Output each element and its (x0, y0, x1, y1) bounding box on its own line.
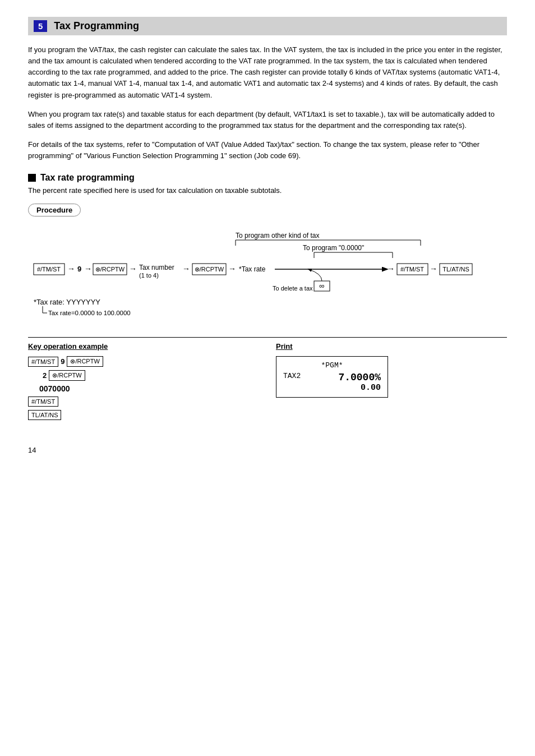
receipt-box: *PGM* TAX2 7.0000% 0.00 (276, 356, 388, 398)
print-header: Print (276, 342, 507, 351)
svg-text:∞: ∞ (319, 282, 324, 290)
svg-text:Tax number: Tax number (139, 264, 174, 271)
print-column: Print *PGM* TAX2 7.0000% 0.00 (276, 338, 507, 423)
svg-text:→: → (84, 264, 92, 273)
receipt-value1: 7.0000% (338, 372, 381, 383)
body-paragraph-2: When you program tax rate(s) and taxable… (28, 109, 507, 131)
receipt-pgm-label: *PGM* (283, 361, 381, 370)
key-rcptw-2: ⊗/RCPTW (49, 370, 85, 381)
receipt-tax-label: TAX2 (283, 372, 301, 383)
flow-diagram: To program other kind of tax To program … (28, 229, 507, 326)
key-hash-tm-st-1: #/TM/ST (28, 357, 58, 367)
key-seq-3: 0070000 (28, 384, 259, 393)
body-paragraph-1: If you program the VAT/tax, the cash reg… (28, 44, 507, 101)
key-seq-2: 2 ⊗/RCPTW (28, 370, 259, 381)
receipt-value2-line: 0.00 (283, 383, 381, 393)
flow-label-other-tax: To program other kind of tax (236, 232, 319, 239)
svg-text:#/TM/ST: #/TM/ST (400, 266, 424, 273)
subsection-description: The percent rate specified here is used … (28, 186, 507, 195)
key-operation-header: Key operation example (28, 342, 259, 351)
receipt-main-line: TAX2 7.0000% (283, 372, 381, 383)
svg-text:(1 to 4): (1 to 4) (139, 272, 159, 279)
key-hash-tm-st-2: #/TM/ST (28, 397, 58, 407)
svg-text:*Tax rate: YYYYYYY: *Tax rate: YYYYYYY (34, 298, 100, 306)
svg-text:*Tax rate: *Tax rate (239, 265, 266, 273)
key-seq-4: #/TM/ST (28, 397, 259, 407)
svg-text:→: → (430, 264, 437, 273)
subsection-title: Tax rate programming (40, 173, 135, 183)
flow-label-program-zero: To program "0.0000" (303, 244, 364, 252)
subsection-heading: Tax rate programming (28, 173, 507, 183)
svg-text:→: → (67, 264, 75, 273)
svg-text:TL/AT/NS: TL/AT/NS (442, 266, 469, 273)
svg-text:9: 9 (77, 265, 81, 273)
receipt-value2: 0.00 (361, 383, 381, 393)
svg-text:⊗/RCPTW: ⊗/RCPTW (95, 266, 125, 273)
body-paragraph-3: For details of the tax systems, refer to… (28, 139, 507, 162)
section-title: Tax Programming (54, 20, 139, 32)
svg-text:#/TM/ST: #/TM/ST (37, 266, 61, 273)
op-print-container: Key operation example #/TM/ST 9 ⊗/RCPTW … (28, 337, 507, 423)
svg-text:Tax rate=0.0000 to 100.0000: Tax rate=0.0000 to 100.0000 (48, 310, 131, 316)
procedure-box: Procedure (28, 204, 81, 216)
key-rcptw-1: ⊗/RCPTW (67, 356, 103, 367)
svg-text:→: → (387, 264, 395, 273)
svg-text:→: → (182, 264, 190, 273)
section-number: 5 (34, 20, 47, 32)
svg-text:→: → (228, 264, 236, 273)
svg-text:⊗/RCPTW: ⊗/RCPTW (195, 266, 224, 273)
section-header: 5 Tax Programming (28, 17, 507, 35)
svg-text:→: → (129, 264, 137, 273)
key-nine: 9 (61, 357, 64, 366)
key-number-0070000: 0070000 (39, 384, 70, 393)
key-operation-column: Key operation example #/TM/ST 9 ⊗/RCPTW … (28, 338, 259, 423)
subsection-square-icon (28, 174, 36, 182)
key-two: 2 (43, 371, 47, 380)
key-seq-5: TL/AT/NS (28, 410, 259, 420)
key-tl-at-ns: TL/AT/NS (28, 410, 61, 420)
page-number: 14 (28, 446, 507, 454)
key-seq-1: #/TM/ST 9 ⊗/RCPTW (28, 356, 259, 367)
